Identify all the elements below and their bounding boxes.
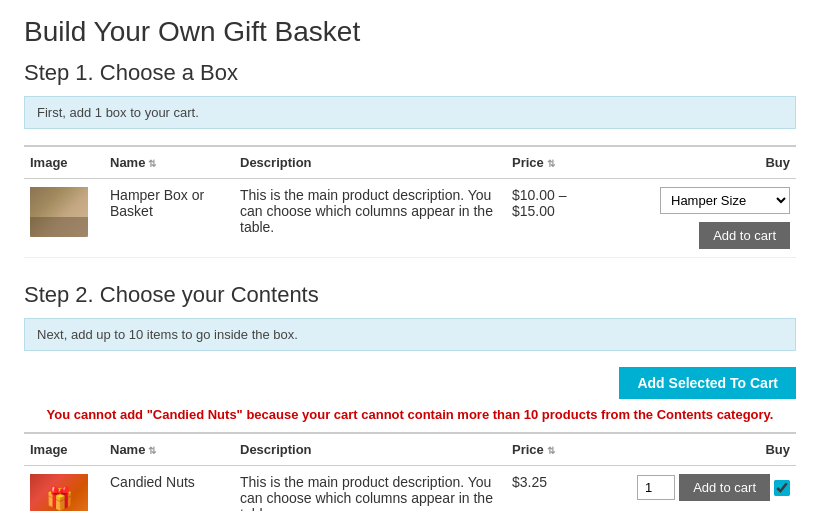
table-row: Candied Nuts This is the main product de… xyxy=(24,466,796,512)
hamper-size-select[interactable]: Hamper Size Small Medium Large xyxy=(660,187,790,214)
nuts-buy-cell: Add to cart xyxy=(606,466,796,512)
nuts-image-cell xyxy=(24,466,104,512)
nuts-add-to-cart-button[interactable]: Add to cart xyxy=(679,474,770,501)
error-message: You cannot add "Candied Nuts" because yo… xyxy=(24,407,796,422)
col-header-buy: Buy xyxy=(606,146,796,179)
col2-header-buy: Buy xyxy=(606,433,796,466)
nuts-buy-controls: Add to cart xyxy=(612,474,790,501)
table-row: Hamper Box or Basket This is the main pr… xyxy=(24,179,796,258)
nuts-checkbox[interactable] xyxy=(774,480,790,496)
product-description: This is the main product description. Yo… xyxy=(234,179,506,258)
step2-table: Image Name Description Price Buy Candied… xyxy=(24,432,796,511)
nuts-qty-add-row: Add to cart xyxy=(637,474,790,501)
add-to-cart-button[interactable]: Add to cart xyxy=(699,222,790,249)
col2-header-image: Image xyxy=(24,433,104,466)
product-buy-cell: Hamper Size Small Medium Large Add to ca… xyxy=(606,179,796,258)
step1-heading: Step 1. Choose a Box xyxy=(24,60,796,86)
col2-header-price[interactable]: Price xyxy=(506,433,606,466)
step2-section: Step 2. Choose your Contents Next, add u… xyxy=(24,282,796,511)
step2-info: Next, add up to 10 items to go inside th… xyxy=(24,318,796,351)
step1-section: Step 1. Choose a Box First, add 1 box to… xyxy=(24,60,796,258)
nuts-description: This is the main product description. Yo… xyxy=(234,466,506,512)
step1-table: Image Name Description Price Buy Hamper … xyxy=(24,145,796,258)
step1-info: First, add 1 box to your cart. xyxy=(24,96,796,129)
col-header-image: Image xyxy=(24,146,104,179)
nuts-name: Candied Nuts xyxy=(104,466,234,512)
col2-header-desc: Description xyxy=(234,433,506,466)
product-image-cell xyxy=(24,179,104,258)
product-price: $10.00 –$15.00 xyxy=(506,179,606,258)
col-header-price[interactable]: Price xyxy=(506,146,606,179)
nuts-image xyxy=(30,474,88,511)
buy-controls: Hamper Size Small Medium Large Add to ca… xyxy=(612,187,790,249)
nuts-price: $3.25 xyxy=(506,466,606,512)
col-header-desc: Description xyxy=(234,146,506,179)
col2-header-name[interactable]: Name xyxy=(104,433,234,466)
page-title: Build Your Own Gift Basket xyxy=(24,16,796,48)
add-selected-to-cart-button[interactable]: Add Selected To Cart xyxy=(619,367,796,399)
hamper-image xyxy=(30,187,88,237)
nuts-qty-input[interactable] xyxy=(637,475,675,500)
step2-heading: Step 2. Choose your Contents xyxy=(24,282,796,308)
product-name: Hamper Box or Basket xyxy=(104,179,234,258)
col-header-name[interactable]: Name xyxy=(104,146,234,179)
